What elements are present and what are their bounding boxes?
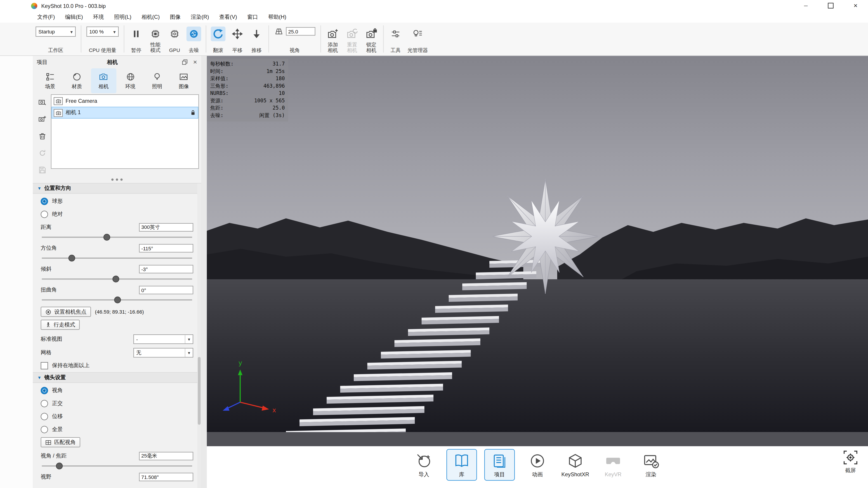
- toolbar-divider: [320, 26, 321, 53]
- tab-material[interactable]: 材质: [64, 68, 90, 93]
- reset-camera-button[interactable]: 重置相机: [342, 23, 362, 55]
- azimuth-row: 方位角 -115°: [41, 243, 193, 254]
- focal-slider[interactable]: [41, 462, 193, 470]
- add-camera-button[interactable]: 添加相机: [323, 23, 342, 55]
- inclination-input[interactable]: -3°: [139, 265, 193, 273]
- performance-mode-button[interactable]: 性能模式: [146, 23, 165, 55]
- set-camera-focus-button[interactable]: 设置相机焦点: [41, 307, 91, 317]
- panel-splitter[interactable]: [201, 56, 207, 488]
- delete-camera-icon[interactable]: [38, 132, 47, 142]
- match-viewpoint-button[interactable]: 匹配视角: [41, 437, 80, 447]
- import-button[interactable]: 导入: [409, 449, 439, 481]
- screenshot-button[interactable]: 截屏: [842, 449, 859, 475]
- twist-slider[interactable]: [41, 296, 193, 304]
- grid-select[interactable]: 无 ▼: [133, 348, 193, 358]
- dolly-button[interactable]: 推移: [247, 23, 266, 55]
- panel-scrollbar[interactable]: [197, 184, 202, 488]
- slider-knob[interactable]: [68, 255, 75, 262]
- distance-input[interactable]: 300英寸: [139, 223, 193, 232]
- radio-spherical[interactable]: 球形: [41, 195, 193, 208]
- render-button[interactable]: 渲染: [636, 449, 666, 481]
- render-viewport[interactable]: y x 每秒帧数:31.7 时间:1m 25s 采样值:180 三角形:463,…: [207, 56, 868, 447]
- reset-camera-list-icon[interactable]: [38, 149, 47, 159]
- panel-title: 项目: [37, 59, 48, 66]
- azimuth-slider[interactable]: [41, 254, 193, 262]
- workspace-select[interactable]: Startup▼: [36, 27, 76, 37]
- left-gutter: [0, 56, 33, 488]
- float-panel-button[interactable]: [182, 59, 188, 66]
- section-lens[interactable]: ▼ 镜头设置: [33, 372, 201, 383]
- pan-button[interactable]: 平移: [228, 23, 247, 55]
- animation-button[interactable]: 动画: [522, 449, 553, 481]
- library-button[interactable]: 库: [446, 449, 477, 481]
- toolbar-divider: [206, 26, 206, 53]
- toolbar-divider: [383, 26, 384, 53]
- slider-knob[interactable]: [114, 297, 121, 303]
- radio-absolute[interactable]: 绝对: [41, 208, 193, 221]
- slider-knob[interactable]: [103, 234, 110, 240]
- menu-item-edit[interactable]: 编辑(E): [60, 13, 88, 21]
- tab-camera[interactable]: 相机: [91, 68, 116, 93]
- tools-button[interactable]: 工具: [386, 23, 405, 55]
- fov-input[interactable]: 25.0: [286, 27, 315, 36]
- keyvr-button[interactable]: KeyVR: [598, 449, 628, 480]
- menu-item-help[interactable]: 帮助(H): [263, 13, 291, 21]
- list-pager[interactable]: [33, 176, 201, 183]
- radio-orthographic[interactable]: 正交: [41, 397, 193, 410]
- tab-environment[interactable]: 环境: [118, 68, 143, 93]
- azimuth-input[interactable]: -115°: [139, 244, 193, 253]
- tab-lighting[interactable]: 照明: [144, 68, 170, 93]
- menu-item-render[interactable]: 渲染(R): [186, 13, 214, 21]
- fov-angle-input[interactable]: 71.508°: [139, 473, 193, 482]
- menu-item-lighting[interactable]: 照明(L): [109, 13, 136, 21]
- pause-icon: [129, 27, 144, 41]
- inclination-slider[interactable]: [41, 275, 193, 283]
- twist-input[interactable]: 0°: [139, 286, 193, 294]
- slider-knob[interactable]: [113, 275, 119, 283]
- tab-scene[interactable]: 场景: [37, 68, 63, 93]
- menu-item-camera[interactable]: 相机(C): [136, 13, 165, 21]
- view-camera-icon[interactable]: [38, 98, 47, 108]
- image-frame-icon: [179, 71, 189, 82]
- keyshotxr-button[interactable]: KeyShotXR: [560, 449, 591, 480]
- walk-mode-button[interactable]: 行走模式: [41, 320, 80, 330]
- duplicate-camera-icon[interactable]: [38, 115, 47, 125]
- radio-shift[interactable]: 位移: [41, 410, 193, 423]
- lock-camera-button[interactable]: 锁定相机: [362, 23, 381, 55]
- menu-item-view[interactable]: 查看(V): [214, 13, 242, 21]
- radio-perspective[interactable]: 视角: [41, 384, 193, 397]
- camera-row-free-camera[interactable]: Free Camera: [52, 95, 198, 107]
- camera-row-camera-1[interactable]: 相机 1: [52, 107, 198, 119]
- section-position[interactable]: ▼ 位置和方向: [33, 183, 201, 194]
- slider-knob[interactable]: [56, 463, 63, 469]
- tumble-button[interactable]: 翻滚: [209, 23, 228, 55]
- chevron-down-icon: ▼: [185, 335, 193, 344]
- pause-button[interactable]: 暂停: [127, 23, 146, 55]
- chevron-down-icon: ▼: [67, 30, 73, 34]
- tab-image[interactable]: 图像: [171, 68, 197, 93]
- light-manager-button[interactable]: 光管理器: [405, 23, 430, 55]
- close-panel-button[interactable]: ✕: [193, 59, 197, 65]
- pager-dot: [116, 178, 118, 181]
- project-button[interactable]: 项目: [485, 449, 515, 481]
- radio-panorama[interactable]: 全景: [41, 423, 193, 436]
- cpu-usage-select[interactable]: 100 %▼: [87, 27, 119, 37]
- menu-item-file[interactable]: 文件(F): [32, 13, 60, 21]
- distance-slider[interactable]: [41, 233, 193, 241]
- save-camera-icon[interactable]: [38, 166, 47, 176]
- menu-item-image[interactable]: 图像: [165, 13, 186, 21]
- panel-tabs: 场景 材质 相机 环境 照明: [33, 68, 201, 93]
- minimize-button[interactable]: ─: [794, 0, 818, 11]
- toolbar-divider: [269, 26, 269, 53]
- keep-above-ground-checkbox[interactable]: 保持在地面以上: [41, 359, 193, 372]
- maximize-button[interactable]: [818, 0, 843, 11]
- grid-row: 网格 无 ▼: [41, 348, 193, 358]
- gpu-button[interactable]: GPU: [165, 23, 184, 55]
- menu-item-window[interactable]: 窗口: [242, 13, 263, 21]
- standard-view-select[interactable]: - ▼: [133, 334, 193, 344]
- close-button[interactable]: ✕: [843, 0, 868, 11]
- focal-input[interactable]: 25毫米: [139, 452, 193, 460]
- denoise-button[interactable]: 去噪: [184, 23, 204, 55]
- menu-item-environment[interactable]: 环境: [88, 13, 109, 21]
- scrollbar-thumb[interactable]: [198, 357, 201, 425]
